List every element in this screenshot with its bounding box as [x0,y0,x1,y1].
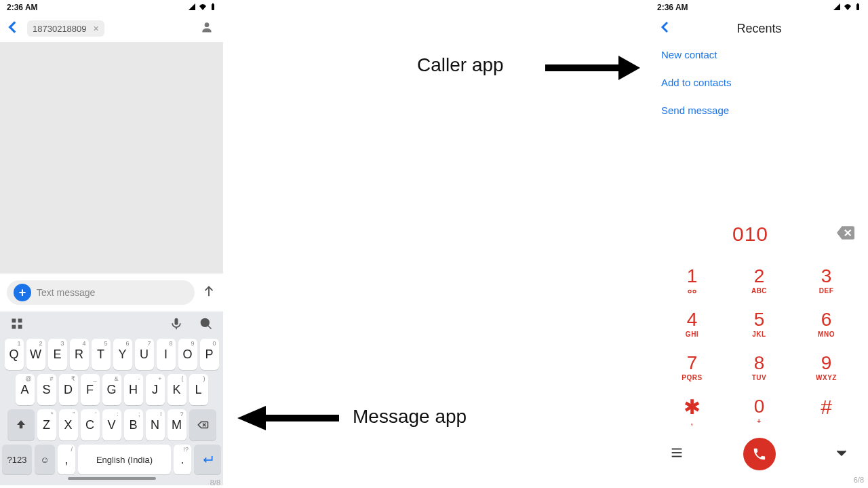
key-d[interactable]: ₹D [59,374,78,405]
dialpad-key-7[interactable]: 7PQRS [658,354,726,382]
key-x[interactable]: "X [59,409,78,440]
add-to-contacts-button[interactable]: Add to contacts [661,77,857,88]
compose-placeholder: Text message [37,287,95,298]
emoji-key[interactable]: ☺ [35,445,55,474]
dialpad-key-2[interactable]: 2ABC [726,267,793,295]
chip-number: 18730218809 [33,24,87,34]
collapse-icon[interactable] [834,445,849,463]
dialpad-key-6[interactable]: 6MNO [793,310,860,339]
backspace-key[interactable] [189,409,216,440]
comma-key[interactable]: /, [58,445,75,474]
svg-marker-16 [237,406,266,430]
key-t[interactable]: 5T [92,339,111,370]
display-row: 010 [650,214,868,255]
back-icon[interactable] [657,19,673,38]
svg-rect-18 [857,3,859,4]
key-o[interactable]: 9O [178,339,197,370]
svg-rect-17 [856,4,859,10]
key-u[interactable]: 7U [135,339,154,370]
dialpad-key-8[interactable]: 8TUV [726,354,793,382]
svg-rect-5 [18,319,22,323]
key-m[interactable]: ?M [167,409,186,440]
message-app-screen: 2:36 AM 18730218809 × + Text message [0,0,223,485]
key-f[interactable]: _F [81,374,100,405]
symbols-key[interactable]: ?123 [2,445,32,474]
call-button[interactable] [743,438,776,470]
key-j[interactable]: +J [146,374,165,405]
annotation-caller-label: Caller app [417,54,504,76]
nav-handle[interactable] [68,477,156,480]
send-arrow-icon[interactable] [201,284,216,301]
mic-icon[interactable] [170,317,183,333]
key-v[interactable]: :V [102,409,121,440]
dialer-area: 010 1ᴏᴏ2ABC3DEF4GHI5JKL6MNO7PQRS8TUV9WXY… [650,214,868,485]
key-q[interactable]: 1Q [5,339,24,370]
key-h[interactable]: -H [124,374,143,405]
key-e[interactable]: 3E [48,339,67,370]
dialpad-key-✱[interactable]: ✱, [658,397,726,427]
key-a[interactable]: @A [16,374,35,405]
message-header: 18730218809 × [0,15,223,42]
delete-digit-icon[interactable] [837,226,854,242]
compose-input[interactable]: + Text message [7,280,195,305]
key-z[interactable]: *Z [37,409,56,440]
svg-rect-6 [12,325,16,329]
key-c[interactable]: 'C [81,409,100,440]
period-key[interactable]: !?. [174,445,191,474]
key-k[interactable]: (K [167,374,186,405]
new-contact-button[interactable]: New contact [661,49,857,60]
svg-rect-8 [175,318,178,325]
caller-app-screen: 2:36 AM Recents New contact Add to conta… [650,0,868,485]
attach-icon[interactable]: + [14,284,31,301]
svg-line-10 [208,326,212,329]
svg-rect-1 [212,3,214,4]
send-message-button[interactable]: Send message [661,105,857,116]
key-n[interactable]: !N [146,409,165,440]
svg-point-9 [201,319,210,327]
key-g[interactable]: &G [102,374,121,405]
shift-key[interactable] [7,409,35,440]
status-time: 2:36 AM [7,3,38,12]
status-icons [187,3,216,12]
svg-point-2 [205,22,210,27]
dialpad-key-#[interactable]: # [793,397,860,427]
search-icon[interactable] [199,317,213,333]
dialpad-key-9[interactable]: 9WXYZ [793,354,860,382]
space-key[interactable]: English (India) [78,445,171,474]
key-p[interactable]: 0P [200,339,219,370]
dialpad-key-1[interactable]: 1ᴏᴏ [658,267,726,295]
status-time: 2:36 AM [657,3,688,12]
key-b[interactable]: ;B [124,409,143,440]
svg-rect-0 [212,4,214,10]
compose-row: + Text message [0,274,223,312]
page-indicator: 8/8 [210,478,220,487]
key-r[interactable]: 4R [70,339,89,370]
dialpad-key-0[interactable]: 0+ [726,397,793,427]
back-icon[interactable] [4,18,22,39]
dialpad-key-5[interactable]: 5JKL [726,310,793,339]
key-s[interactable]: #S [37,374,56,405]
caller-title: Recents [673,22,845,36]
recipient-chip[interactable]: 18730218809 × [27,20,104,37]
svg-rect-4 [12,319,16,323]
key-y[interactable]: 6Y [113,339,132,370]
annotation-message-label: Message app [353,406,467,428]
svg-rect-7 [18,325,22,329]
keyboard-apps-icon[interactable] [10,317,24,333]
dialpad-key-3[interactable]: 3DEF [793,267,860,295]
key-w[interactable]: 2W [26,339,45,370]
key-i[interactable]: 8I [157,339,176,370]
chip-remove-icon[interactable]: × [94,23,99,34]
dialpad-key-4[interactable]: 4GHI [658,310,726,339]
status-bar: 2:36 AM [650,0,868,15]
caller-actions: New contact Add to contacts Send message [650,42,868,123]
status-icons [832,3,861,12]
menu-icon[interactable] [669,445,684,463]
status-bar: 2:36 AM [0,0,223,15]
key-l[interactable]: )L [189,374,208,405]
caller-header: Recents [650,15,868,42]
contact-avatar-icon[interactable] [200,20,214,37]
page-indicator: 6/8 [650,476,868,485]
enter-key[interactable] [194,445,221,474]
soft-keyboard: 1Q2W3E4R5T6Y7U8I9O0P @A#S₹D_F&G-H+J(K)L … [0,312,223,485]
